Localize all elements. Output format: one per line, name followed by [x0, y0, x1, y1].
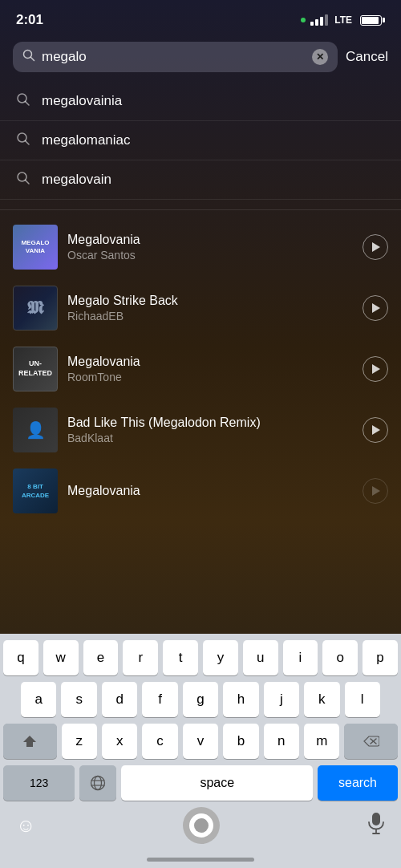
globe-key[interactable]: [79, 765, 116, 801]
svg-point-17: [95, 777, 102, 790]
suggestion-item[interactable]: megalomaniac: [0, 121, 401, 160]
song-item[interactable]: UN-RELATED Megalovania RoomTone: [0, 339, 401, 400]
song-item[interactable]: MEGALOVANIA Megalovania Oscar Santos: [0, 217, 401, 278]
suggestion-item[interactable]: megalovain: [0, 160, 401, 200]
suggestions-list: megalovainia megalomaniac megalovain: [0, 79, 401, 203]
play-button[interactable]: [363, 417, 388, 443]
svg-marker-10: [372, 364, 380, 374]
search-bar[interactable]: megalo ✕: [13, 42, 338, 72]
divider: [0, 209, 401, 210]
song-artist: RichaadEB: [67, 310, 353, 322]
search-input[interactable]: megalo: [42, 49, 306, 65]
album-art: 𝕸: [13, 286, 58, 331]
home-indicator-bar: [147, 858, 254, 862]
lte-label: LTE: [334, 14, 352, 26]
key-x[interactable]: x: [102, 724, 137, 759]
emoji-button[interactable]: ☺: [16, 814, 36, 837]
key-j[interactable]: j: [264, 682, 299, 717]
album-art: 8 BITARCADE: [13, 468, 58, 513]
key-h[interactable]: h: [223, 682, 258, 717]
svg-line-3: [26, 102, 30, 106]
key-p[interactable]: p: [363, 640, 398, 675]
cancel-button[interactable]: Cancel: [346, 49, 388, 65]
song-info: Megalovania Oscar Santos: [67, 233, 353, 262]
song-title: Megalovania: [67, 484, 353, 498]
key-r[interactable]: r: [123, 640, 158, 675]
key-u[interactable]: u: [243, 640, 278, 675]
svg-point-16: [91, 777, 105, 790]
key-s[interactable]: s: [61, 682, 96, 717]
key-a[interactable]: a: [21, 682, 56, 717]
search-key[interactable]: search: [318, 765, 398, 801]
key-o[interactable]: o: [322, 640, 358, 675]
dictation-button[interactable]: [183, 807, 220, 844]
play-button[interactable]: [363, 295, 388, 321]
song-title: Megalovania: [67, 233, 353, 247]
delete-key[interactable]: [344, 724, 398, 759]
song-artist: RoomTone: [67, 371, 353, 383]
song-info: Megalo Strike Back RichaadEB: [67, 294, 353, 322]
song-item[interactable]: 8 BITARCADE Megalovania: [0, 460, 401, 513]
song-title: Bad Like This (Megalodon Remix): [67, 416, 353, 430]
album-art: MEGALOVANIA: [13, 225, 58, 270]
svg-marker-12: [372, 486, 380, 496]
space-key[interactable]: space: [121, 765, 313, 801]
key-z[interactable]: z: [62, 724, 97, 759]
key-v[interactable]: v: [183, 724, 218, 759]
status-time: 2:01: [16, 12, 43, 28]
suggestion-text: megalovain: [42, 172, 111, 188]
suggestion-search-icon: [16, 171, 30, 189]
num-key[interactable]: 123: [3, 765, 75, 801]
svg-rect-20: [372, 813, 380, 825]
key-n[interactable]: n: [264, 724, 299, 759]
suggestion-item[interactable]: megalovainia: [0, 82, 401, 121]
song-artist: BadKlaat: [67, 432, 353, 444]
suggestion-text: megalomaniac: [42, 132, 131, 148]
search-icon: [22, 49, 35, 65]
wifi-dot-icon: [301, 18, 306, 22]
key-l[interactable]: l: [345, 682, 380, 717]
song-item[interactable]: 👤 Bad Like This (Megalodon Remix) BadKla…: [0, 400, 401, 460]
suggestion-search-icon: [16, 132, 30, 149]
keyboard: q w e r t y u i o p a s d f g h j k l z …: [0, 634, 401, 868]
play-button[interactable]: [363, 356, 388, 382]
key-e[interactable]: e: [83, 640, 119, 675]
key-y[interactable]: y: [203, 640, 238, 675]
suggestion-text: megalovainia: [42, 93, 122, 109]
key-d[interactable]: d: [102, 682, 137, 717]
play-button[interactable]: [363, 478, 388, 504]
album-art: 👤: [13, 408, 58, 452]
keyboard-row-2: a s d f g h j k l: [3, 682, 398, 717]
svg-marker-11: [372, 425, 380, 435]
keyboard-bottom-bar: ☺: [3, 807, 398, 865]
song-item[interactable]: 𝕸 Megalo Strike Back RichaadEB: [0, 278, 401, 339]
keyboard-row-1: q w e r t y u i o p: [3, 640, 398, 675]
keyboard-row-3: z x c v b n m: [3, 724, 398, 759]
suggestion-search-icon: [16, 92, 30, 110]
key-b[interactable]: b: [223, 724, 258, 759]
home-indicator-area: [183, 807, 220, 844]
key-c[interactable]: c: [142, 724, 177, 759]
key-k[interactable]: k: [304, 682, 339, 717]
status-bar: 2:01 LTE: [0, 0, 401, 35]
key-t[interactable]: t: [163, 640, 198, 675]
song-item-partial[interactable]: 8 BITARCADE Megalovania: [0, 460, 401, 515]
song-title: Megalovania: [67, 355, 353, 369]
play-button[interactable]: [363, 234, 388, 260]
svg-line-7: [26, 180, 30, 185]
signal-bars-icon: [310, 14, 328, 26]
clear-button[interactable]: ✕: [312, 49, 328, 65]
song-artist: Oscar Santos: [67, 249, 353, 262]
key-w[interactable]: w: [43, 640, 79, 675]
key-g[interactable]: g: [183, 682, 218, 717]
song-info: Megalovania RoomTone: [67, 355, 353, 383]
shift-key[interactable]: [3, 724, 57, 759]
key-m[interactable]: m: [304, 724, 339, 759]
key-f[interactable]: f: [142, 682, 177, 717]
svg-marker-9: [372, 303, 380, 313]
mic-button[interactable]: [367, 812, 385, 839]
key-q[interactable]: q: [3, 640, 38, 675]
keyboard-row-4: 123 space search: [3, 765, 398, 801]
key-i[interactable]: i: [283, 640, 318, 675]
svg-marker-8: [372, 242, 380, 252]
